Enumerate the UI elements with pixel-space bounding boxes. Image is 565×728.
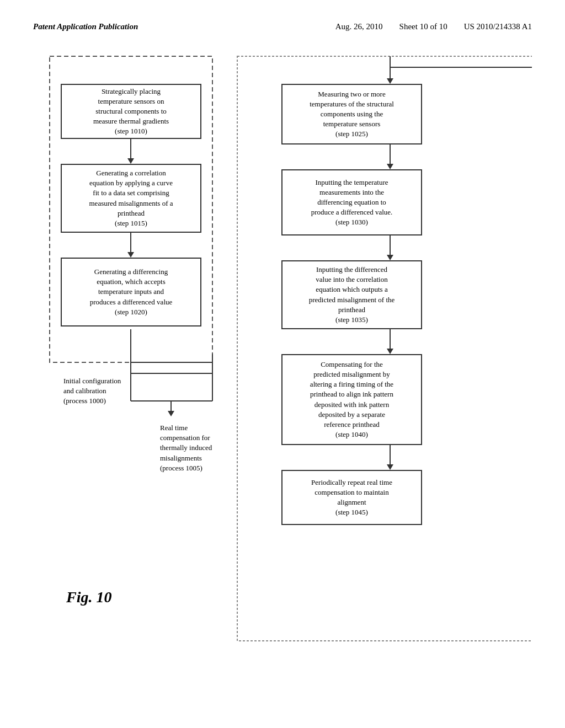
label-realtime: Real time compensation for thermally ind… [160, 423, 257, 473]
svg-marker-9 [387, 255, 393, 260]
svg-marker-7 [387, 164, 393, 169]
box-1025: Measuring two or more temperatures of th… [281, 84, 422, 144]
header: Patent Application Publication Aug. 26, … [33, 22, 532, 31]
svg-marker-25 [168, 411, 174, 416]
svg-marker-3 [127, 158, 134, 164]
svg-marker-5 [127, 252, 134, 258]
label-initial-config: Initial configuration and calibration (p… [63, 376, 174, 406]
page: Patent Application Publication Aug. 26, … [0, 0, 565, 728]
sheet-number: Sheet 10 of 10 [399, 22, 447, 31]
box-1045: Periodically repeat real time compensati… [281, 470, 422, 525]
patent-publication-label: Patent Application Publication [33, 22, 138, 31]
svg-marker-15 [387, 78, 393, 84]
patent-number: US 2010/214338 A1 [464, 22, 532, 31]
publication-date: Aug. 26, 2010 [335, 22, 383, 31]
svg-marker-11 [387, 349, 393, 354]
svg-marker-13 [387, 464, 393, 470]
box-1040: Compensating for the predicted misalignm… [281, 354, 422, 445]
fig-caption: Fig. 10 [66, 588, 111, 606]
box-1020: Generating a differencing equation, whic… [61, 258, 201, 326]
header-info: Aug. 26, 2010 Sheet 10 of 10 US 2010/214… [335, 22, 532, 31]
box-1015: Generating a correlation equation by app… [61, 164, 201, 233]
diagram: Strategically placing temperature sensor… [33, 48, 532, 688]
box-1010: Strategically placing temperature sensor… [61, 84, 201, 139]
box-1035: Inputting the differenced value into the… [281, 260, 422, 329]
box-1030: Inputting the temperature measurements i… [281, 169, 422, 235]
